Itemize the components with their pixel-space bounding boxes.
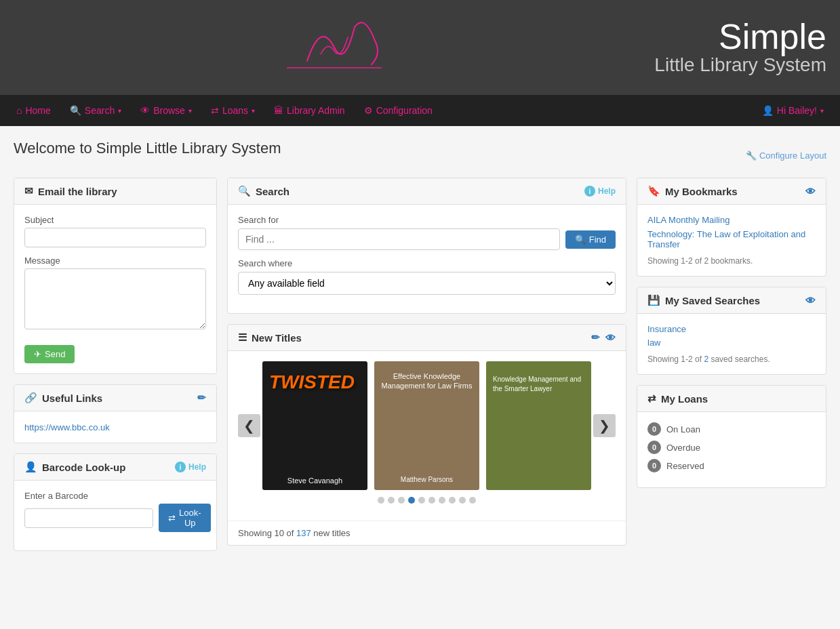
carousel-count-link[interactable]: 137 [296, 528, 311, 538]
subject-input[interactable] [24, 228, 206, 247]
loan-badge-0: 0 [647, 422, 661, 436]
configure-layout-link[interactable]: 🔧 Configure Layout [746, 150, 826, 161]
dot-6[interactable] [439, 497, 445, 504]
lookup-icon: ⇄ [168, 513, 176, 523]
nav-browse[interactable]: 👁 Browse ▾ [131, 97, 201, 124]
user-caret: ▾ [820, 107, 824, 115]
barcode-group: Enter a Barcode ⇄ Look-Up [24, 491, 206, 532]
content-grid: ✉ Email the library Subject Message ✈ [14, 178, 826, 561]
saved-searches-eye-icon[interactable]: 👁 [805, 295, 816, 306]
carousel-item-1[interactable] [374, 361, 479, 490]
search-where-select[interactable]: Any available field Title Author Subject… [238, 272, 616, 295]
loans-body: 0 On Loan 0 Overdue 0 Reserved [637, 412, 826, 487]
bookmarks-title: My Bookmarks [665, 186, 738, 197]
find-icon: 🔍 [575, 235, 586, 245]
saved-searches-body: Insurance law Showing 1-2 of 2 saved sea… [637, 314, 826, 374]
saved-searches-title: My Saved Searches [665, 295, 760, 306]
dot-2[interactable] [398, 497, 405, 504]
search-help-badge[interactable]: i Help [584, 186, 616, 197]
search-help-icon: i [584, 186, 595, 197]
nav-home[interactable]: ⌂ Home [7, 97, 60, 124]
email-card: ✉ Email the library Subject Message ✈ [14, 178, 217, 374]
barcode-help-label: Help [188, 462, 206, 472]
send-icon: ✈ [34, 349, 41, 359]
carousel-next-button[interactable]: ❯ [593, 414, 616, 437]
dot-7[interactable] [449, 497, 456, 504]
loan-row-0: 0 On Loan [647, 422, 816, 436]
bookmarks-eye-icon[interactable]: 👁 [805, 186, 816, 197]
search-caret: ▾ [118, 107, 121, 115]
find-button-label: Find [589, 235, 606, 245]
barcode-icon: 👤 [24, 461, 37, 473]
useful-links-header: 🔗 Useful Links ✏ [14, 385, 216, 411]
new-titles-eye-icon[interactable]: 👁 [605, 332, 616, 344]
barcode-input[interactable] [24, 508, 153, 528]
search-where-group: Search where Any available field Title A… [238, 258, 616, 295]
user-icon: 👤 [762, 105, 774, 116]
search-for-label: Search for [238, 215, 616, 225]
home-icon: ⌂ [16, 105, 22, 116]
search-card-title: Search [256, 186, 289, 197]
dot-3[interactable] [408, 497, 415, 504]
email-card-title: Email the library [38, 186, 117, 197]
saved-search-link-1[interactable]: law [647, 338, 816, 348]
nav-library-admin[interactable]: 🏛 Library Admin [264, 97, 355, 124]
new-titles-header: ☰ New Titles ✏ 👁 [228, 325, 626, 351]
useful-link-bbc[interactable]: https://www.bbc.co.uk [24, 422, 110, 432]
saved-showing-suffix: saved searches. [708, 354, 770, 364]
barcode-help-badge[interactable]: i Help [175, 462, 206, 472]
dot-0[interactable] [378, 497, 384, 504]
useful-links-edit-icon[interactable]: ✏ [197, 392, 206, 404]
search-help-label: Help [598, 186, 616, 196]
message-label: Message [24, 256, 206, 266]
new-titles-edit-icon[interactable]: ✏ [591, 331, 600, 344]
bookmark-link-0[interactable]: AILA Monthly Mailing [647, 215, 816, 225]
carousel-dots [238, 497, 616, 504]
nav-user-label: Hi Bailey! [777, 105, 817, 116]
carousel-item-0[interactable] [262, 361, 367, 490]
loans-card-icon: ⇄ [647, 392, 656, 405]
browse-icon: 👁 [140, 105, 150, 116]
left-column: ✉ Email the library Subject Message ✈ [14, 178, 217, 561]
dot-8[interactable] [459, 497, 466, 504]
barcode-body: Enter a Barcode ⇄ Look-Up [14, 481, 216, 550]
nav-user[interactable]: 👤 Hi Bailey! ▾ [753, 97, 833, 124]
bookmarks-body: AILA Monthly Mailing Technology: The Law… [637, 205, 826, 276]
search-input-row: 🔍 Find [238, 228, 616, 250]
find-button[interactable]: 🔍 Find [565, 230, 616, 249]
bookmark-icon: 🔖 [647, 185, 660, 197]
dot-4[interactable] [418, 497, 425, 504]
browse-caret: ▾ [188, 107, 192, 115]
carousel-item-2[interactable]: Knowledge Management and the Smarter Law… [486, 361, 591, 490]
nav-admin-label: Library Admin [287, 105, 345, 116]
saved-search-link-0[interactable]: Insurance [647, 324, 816, 334]
logo-svg [266, 7, 402, 88]
right-column: 🔖 My Bookmarks 👁 AILA Monthly Mailing Te… [637, 178, 826, 561]
nav-loans[interactable]: ⇄ Loans ▾ [201, 97, 264, 124]
dot-9[interactable] [469, 497, 476, 504]
nav-loans-label: Loans [222, 105, 248, 116]
useful-links-card: 🔗 Useful Links ✏ https://www.bbc.co.uk [14, 384, 217, 443]
barcode-help-icon: i [175, 462, 186, 472]
message-input[interactable] [24, 268, 206, 329]
nav-config-label: Configuration [376, 105, 433, 116]
title-simple: Simple [719, 19, 826, 54]
send-button-label: Send [45, 349, 65, 359]
send-button[interactable]: ✈ Send [24, 345, 75, 363]
nav-search[interactable]: 🔍 Search ▾ [60, 97, 131, 124]
loan-label-2: Reserved [666, 461, 704, 471]
carousel-prev-button[interactable]: ❮ [238, 414, 260, 437]
lookup-button[interactable]: ⇄ Look-Up [159, 504, 211, 532]
carousel-container: ❮ Knowledge Management and the Smarter L… [238, 361, 616, 490]
carousel-footer: Showing 10 of 137 new titles [228, 521, 626, 545]
bookmark-link-1[interactable]: Technology: The Law of Exploitation and … [647, 229, 816, 249]
dot-5[interactable] [428, 497, 435, 504]
useful-links-body: https://www.bbc.co.uk [14, 411, 216, 443]
search-input[interactable] [238, 228, 560, 250]
useful-links-title: Useful Links [42, 392, 102, 404]
dot-1[interactable] [388, 497, 395, 504]
admin-icon: 🏛 [274, 105, 283, 116]
nav-browse-label: Browse [153, 105, 185, 116]
loan-badge-2: 0 [647, 459, 661, 472]
nav-configuration[interactable]: ⚙ Configuration [355, 97, 442, 124]
